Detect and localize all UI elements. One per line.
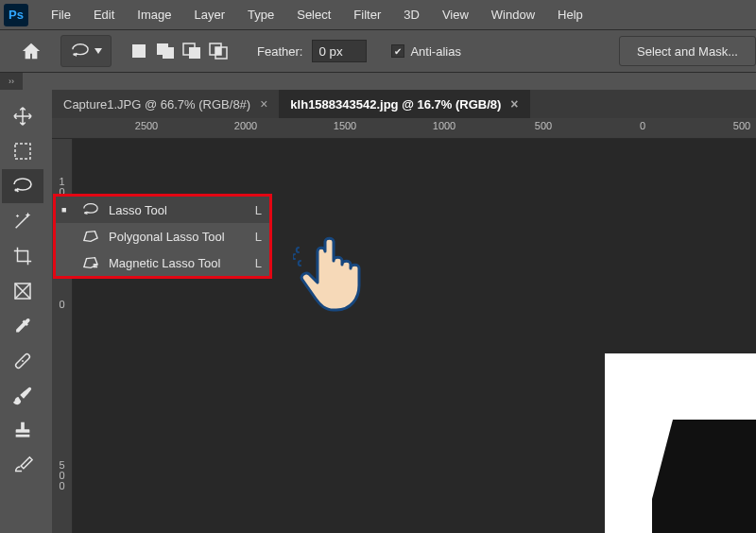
polygonal-lasso-icon xyxy=(80,229,101,244)
lasso-tool[interactable] xyxy=(2,169,43,203)
tab-label: klh1588343542.jpg @ 16.7% (RGB/8) xyxy=(290,97,501,112)
feather-input[interactable] xyxy=(312,40,367,62)
flyout-item-magnetic-lasso[interactable]: Magnetic Lasso Tool L xyxy=(56,249,269,276)
clone-stamp-tool[interactable] xyxy=(2,414,43,448)
menu-filter[interactable]: Filter xyxy=(342,2,392,27)
eyedropper-icon xyxy=(12,316,33,336)
lasso-icon xyxy=(70,43,91,60)
eyedropper-tool[interactable] xyxy=(2,309,43,343)
lasso-icon xyxy=(11,177,34,196)
frame-icon xyxy=(13,282,32,301)
menubar: Ps File Edit Image Layer Type Select Fil… xyxy=(0,0,756,29)
bandaid-icon xyxy=(12,351,33,371)
ruler-tick: 2500 xyxy=(135,120,158,131)
tools-panel xyxy=(0,90,45,484)
ruler-tick: 0 xyxy=(52,300,72,310)
ps-logo[interactable]: Ps xyxy=(4,4,28,26)
select-and-mask-label: Select and Mask... xyxy=(637,44,738,59)
flyout-shortcut: L xyxy=(255,230,262,244)
stamp-icon xyxy=(12,421,33,441)
tab-capture1[interactable]: Capture1.JPG @ 66.7% (RGB/8#) × xyxy=(52,90,279,118)
square-icon xyxy=(131,43,146,59)
ruler-tick: 500 xyxy=(535,120,552,131)
document-tabs: Capture1.JPG @ 66.7% (RGB/8#) × klh15883… xyxy=(52,90,756,118)
selection-intersect[interactable] xyxy=(206,39,231,63)
current-tool-indicator[interactable] xyxy=(60,35,112,67)
menu-3d[interactable]: 3D xyxy=(392,2,431,27)
close-icon[interactable]: × xyxy=(510,96,518,112)
menu-type[interactable]: Type xyxy=(236,2,285,27)
ruler-tick: 500 xyxy=(733,120,750,131)
lasso-flyout-menu: ■ Lasso Tool L Polygonal Lasso Tool L Ma… xyxy=(53,194,272,279)
overlap-int-icon xyxy=(209,43,228,60)
ruler-horizontal[interactable]: 2500 2000 1500 1000 500 0 500 xyxy=(52,118,756,139)
ruler-tick: 2000 xyxy=(234,120,257,131)
crop-icon xyxy=(12,246,33,266)
move-tool[interactable] xyxy=(2,99,43,133)
selection-mode-group xyxy=(127,39,231,63)
menu-window[interactable]: Window xyxy=(480,2,546,27)
selected-marker-icon: ■ xyxy=(61,205,73,215)
svg-point-14 xyxy=(84,212,86,214)
brush-tool[interactable] xyxy=(2,379,43,413)
flyout-item-polygonal-lasso[interactable]: Polygonal Lasso Tool L xyxy=(56,223,269,249)
flyout-label: Magnetic Lasso Tool xyxy=(109,256,248,270)
crop-tool[interactable] xyxy=(2,239,43,273)
close-icon[interactable]: × xyxy=(260,96,267,112)
anti-alias-label: Anti-alias xyxy=(410,44,460,59)
tab-klh[interactable]: klh1588343542.jpg @ 16.7% (RGB/8) × xyxy=(279,90,529,118)
flyout-shortcut: L xyxy=(255,203,262,217)
ruler-tick: 5 0 0 xyxy=(52,460,72,491)
check-icon: ✔ xyxy=(391,44,404,58)
menu-view[interactable]: View xyxy=(431,2,480,27)
menu-help[interactable]: Help xyxy=(546,2,594,27)
home-button[interactable] xyxy=(11,33,51,69)
document-image xyxy=(605,353,756,533)
history-brush-tool[interactable] xyxy=(2,449,43,483)
chevron-down-icon xyxy=(94,48,102,54)
select-and-mask-button[interactable]: Select and Mask... xyxy=(619,36,756,66)
menu-layer[interactable]: Layer xyxy=(183,2,237,27)
move-icon xyxy=(12,106,33,127)
flyout-label: Polygonal Lasso Tool xyxy=(109,230,248,244)
menu-image[interactable]: Image xyxy=(126,2,182,27)
svg-point-10 xyxy=(14,188,17,191)
panels-toggle[interactable]: ›› xyxy=(0,73,23,90)
tab-label: Capture1.JPG @ 66.7% (RGB/8#) xyxy=(63,97,250,112)
marquee-tool[interactable] xyxy=(2,134,43,168)
frame-tool[interactable] xyxy=(2,274,43,308)
ruler-tick: 1000 xyxy=(433,120,455,131)
options-bar: Feather: ✔ Anti-alias Select and Mask... xyxy=(0,29,756,73)
menu-file[interactable]: File xyxy=(40,2,82,27)
selection-new[interactable] xyxy=(127,39,151,63)
ruler-tick: 0 xyxy=(640,120,645,131)
magnetic-lasso-icon xyxy=(80,255,101,270)
menu-select[interactable]: Select xyxy=(285,2,342,27)
svg-rect-3 xyxy=(163,47,174,59)
menu-edit[interactable]: Edit xyxy=(82,2,126,27)
anti-alias-checkbox[interactable]: ✔ Anti-alias xyxy=(391,44,460,59)
lasso-icon xyxy=(80,202,101,217)
svg-rect-8 xyxy=(215,47,221,55)
magic-wand-tool[interactable] xyxy=(2,204,43,238)
svg-rect-9 xyxy=(15,144,30,159)
svg-rect-1 xyxy=(132,44,146,58)
flyout-label: Lasso Tool xyxy=(109,203,248,217)
history-brush-icon xyxy=(12,456,33,476)
overlap-sub-icon xyxy=(182,43,201,60)
home-icon xyxy=(21,42,42,60)
flyout-shortcut: L xyxy=(255,256,262,270)
marquee-icon xyxy=(13,142,32,161)
overlap-add-icon xyxy=(156,43,175,60)
selection-subtract[interactable] xyxy=(180,39,204,63)
healing-brush-tool[interactable] xyxy=(2,344,43,378)
svg-point-0 xyxy=(73,53,76,56)
selection-add[interactable] xyxy=(153,39,178,63)
svg-point-13 xyxy=(22,360,24,362)
svg-rect-5 xyxy=(189,47,200,59)
brush-icon xyxy=(12,386,33,406)
wand-icon xyxy=(12,211,33,232)
ruler-tick: 1500 xyxy=(334,120,356,131)
flyout-item-lasso[interactable]: ■ Lasso Tool L xyxy=(56,197,269,223)
feather-label: Feather: xyxy=(257,44,302,59)
